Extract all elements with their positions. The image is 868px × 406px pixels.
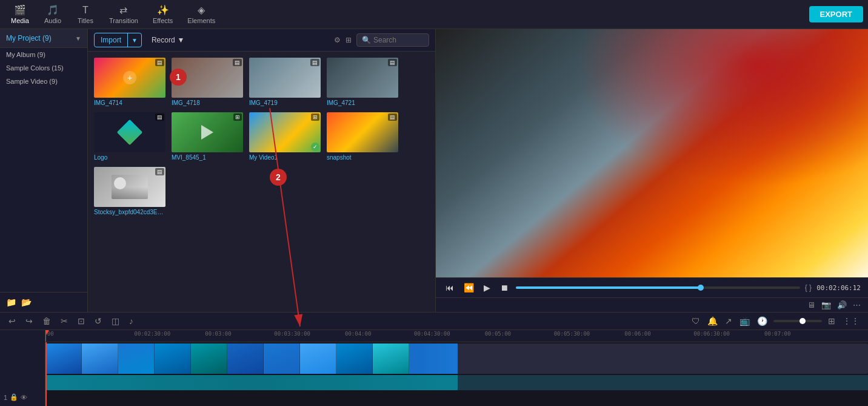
crop-button[interactable]: ⊡ xyxy=(76,315,86,327)
add-to-timeline-btn[interactable]: + xyxy=(123,71,136,84)
media-item-name: snapshot xyxy=(327,154,398,161)
ruler-mark-10: 00:07:00 xyxy=(764,331,790,337)
audio-track[interactable] xyxy=(45,375,868,390)
grid-view-icon[interactable]: ⊞ xyxy=(346,36,352,44)
track-segment-9 xyxy=(336,343,373,374)
play-button[interactable]: ▶ xyxy=(481,282,493,294)
tab-media[interactable]: 🎬 Media xyxy=(5,2,35,27)
clock-button[interactable]: 🕐 xyxy=(756,315,769,327)
export-button[interactable]: EXPORT xyxy=(809,6,863,22)
zoom-slider[interactable] xyxy=(773,320,822,322)
shield-button[interactable]: 🛡 xyxy=(690,315,701,327)
remove-folder-button[interactable]: 📂 xyxy=(21,297,32,307)
search-icon: 🔍 xyxy=(362,36,371,44)
step1-badge: 1 xyxy=(170,69,187,86)
media-toolbar-right: ⚙ ⊞ 🔍 xyxy=(334,33,429,47)
track-segment-1 xyxy=(45,343,82,374)
preview-controls: ⏮ ⏪ ▶ ⏹ { } 00:02:06:12 xyxy=(436,277,868,297)
ruler-mark-3: 00:03:30:00 xyxy=(274,331,310,337)
add-folder-button[interactable]: 📁 xyxy=(6,297,16,307)
tab-transition[interactable]: ⇄ Transition xyxy=(103,2,144,27)
ruler-mark-5: 00:04:30:00 xyxy=(414,331,450,337)
media-item-mvi8545[interactable]: ⊞ MVI_8545_1 xyxy=(172,112,243,161)
ruler-mark-1: 00:02:30:00 xyxy=(135,331,171,337)
monitor-icon[interactable]: 🖥 xyxy=(807,300,815,310)
preview-panel: ⏮ ⏪ ▶ ⏹ { } 00:02:06:12 🖥 📷 🔊 ⋯ xyxy=(435,29,868,312)
timeline-main: 00:00 00:02:30:00 00:03:00 00:03:30:00 0… xyxy=(45,330,868,406)
main-area: My Project (9) ▼ My Album (9) Sample Col… xyxy=(0,29,868,312)
playback-progress[interactable] xyxy=(516,286,800,289)
eye-icon[interactable]: 👁 xyxy=(21,394,27,401)
stop-button[interactable]: ⏹ xyxy=(498,282,511,294)
project-header[interactable]: My Project (9) ▼ xyxy=(0,29,87,48)
video-track-content xyxy=(45,343,458,374)
media-item-img4721[interactable]: ▤ IMG_4721 xyxy=(327,58,398,106)
thumb-type-badge: ⊞ xyxy=(311,113,319,121)
more-options-icon[interactable]: ⋯ xyxy=(853,300,861,310)
monitor-button[interactable]: 📺 xyxy=(738,315,751,327)
search-input[interactable] xyxy=(373,36,428,44)
left-panel: My Project (9) ▼ My Album (9) Sample Col… xyxy=(0,29,88,312)
media-thumb-snapshot: ▤ xyxy=(327,112,398,152)
playhead-line xyxy=(45,342,47,406)
tab-effects[interactable]: ✨ Effects xyxy=(147,2,179,27)
import-button[interactable]: Import xyxy=(95,33,127,47)
media-item-img4719[interactable]: ▤ IMG_4719 xyxy=(249,58,321,106)
video-track[interactable] xyxy=(45,343,868,374)
project-title: My Project (9) xyxy=(6,34,52,42)
media-item-snapshot[interactable]: ▤ snapshot xyxy=(327,112,398,161)
rotate-button[interactable]: ↺ xyxy=(93,315,103,327)
progress-fill xyxy=(516,286,701,289)
track-segment-10 xyxy=(373,343,409,374)
media-item-name: MVI_8545_1 xyxy=(172,154,243,161)
top-toolbar: 🎬 Media 🎵 Audio T Titles ⇄ Transition ✨ … xyxy=(0,0,868,29)
media-item-stocksy[interactable]: ▤ Stocksy_bxpfd042cd3EA... xyxy=(94,167,165,215)
tab-elements[interactable]: ◈ Elements xyxy=(181,2,221,27)
snapshot-icon[interactable]: 📷 xyxy=(821,300,831,310)
media-toolbar: Import ▼ Record ▼ ⚙ ⊞ 🔍 xyxy=(88,29,435,52)
media-item-name: IMG_4719 xyxy=(249,100,321,106)
time-display: 00:02:06:12 xyxy=(816,284,861,292)
bell-button[interactable]: 🔔 xyxy=(706,315,719,327)
tab-audio[interactable]: 🎵 Audio xyxy=(38,2,68,27)
thumb-type-badge: ▤ xyxy=(155,113,164,121)
audio-detach-button[interactable]: ♪ xyxy=(128,315,135,327)
record-button[interactable]: Record ▼ xyxy=(147,33,190,47)
folder-my-album[interactable]: My Album (9) xyxy=(0,48,87,61)
folder-sample-colors[interactable]: Sample Colors (15) xyxy=(0,61,87,75)
media-thumb-logo: ▤ xyxy=(94,112,165,152)
tab-titles[interactable]: T Titles xyxy=(70,2,101,27)
volume-icon[interactable]: 🔊 xyxy=(837,300,847,310)
media-item-name: My Video1 xyxy=(249,154,321,161)
ruler-mark-4: 00:04:00 xyxy=(345,331,371,337)
media-panel: 1 Import ▼ Record ▼ ⚙ ⊞ 🔍 xyxy=(88,29,435,312)
stabilize-button[interactable]: ◫ xyxy=(110,315,121,327)
progress-thumb xyxy=(698,285,704,291)
lock-icon[interactable]: 🔒 xyxy=(10,393,18,401)
chevron-down-icon: ▼ xyxy=(75,35,81,42)
media-item-myvideo1[interactable]: ⊞ ✓ My Video1 xyxy=(249,112,321,161)
brackets-label: { } xyxy=(805,283,812,292)
transition-icon: ⇄ xyxy=(119,4,127,16)
ruler-mark-8: 00:06:00 xyxy=(624,331,650,337)
media-item-logo[interactable]: ▤ Logo xyxy=(94,112,165,161)
step-back-button[interactable]: ⏪ xyxy=(461,282,476,294)
redo-button[interactable]: ↪ xyxy=(24,315,34,327)
step2-badge: 2 xyxy=(270,169,287,186)
folder-sample-video[interactable]: Sample Video (9) xyxy=(0,75,87,88)
rewind-button[interactable]: ⏮ xyxy=(443,282,456,294)
cut-button[interactable]: ✂ xyxy=(59,315,69,327)
more-timeline-button[interactable]: ⋮⋮ xyxy=(841,315,861,327)
undo-button[interactable]: ↩ xyxy=(7,315,17,327)
media-icon: 🎬 xyxy=(14,4,26,16)
ruler-mark-2: 00:03:00 xyxy=(205,331,231,337)
thumb-type-badge: ▤ xyxy=(233,59,242,66)
filter-icon[interactable]: ⚙ xyxy=(334,36,341,44)
share-button[interactable]: ↗ xyxy=(724,315,733,327)
elements-icon: ◈ xyxy=(198,4,205,16)
import-dropdown-arrow[interactable]: ▼ xyxy=(127,33,141,47)
media-item-img4714[interactable]: ▤ + IMG_4714 xyxy=(94,58,165,106)
delete-button[interactable]: 🗑 xyxy=(41,315,52,327)
fit-button[interactable]: ⊞ xyxy=(827,315,836,327)
titles-icon: T xyxy=(82,5,88,16)
